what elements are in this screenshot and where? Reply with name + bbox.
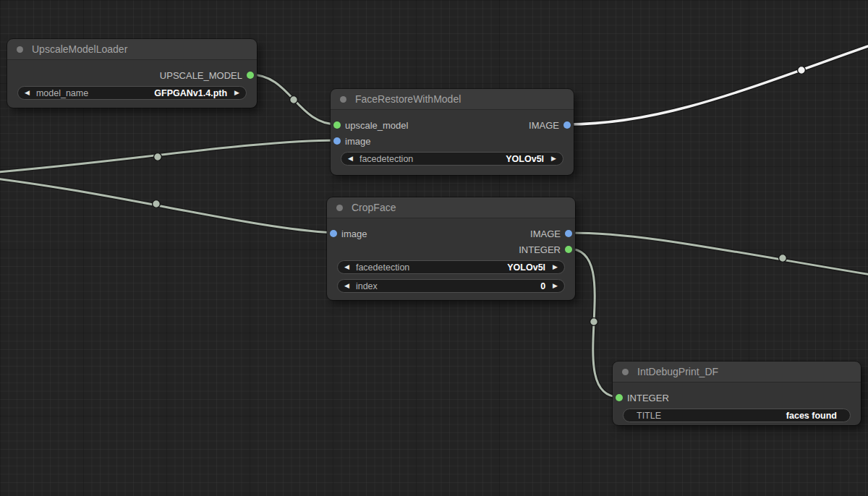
output-slot-label: UPSCALE_MODEL (160, 70, 242, 81)
node-title: FaceRestoreWithModel (355, 93, 461, 105)
output-slot-label: IMAGE (529, 120, 559, 131)
widget-TITLE[interactable]: TITLEfaces found (623, 409, 851, 422)
widget-label: index (356, 281, 540, 291)
input-slot-label: upscale_model (345, 120, 408, 131)
node-title: IntDebugPrint_DF (637, 366, 718, 377)
combo-left-arrow-icon[interactable]: ◀ (348, 155, 353, 162)
slot-row: INTEGER (613, 390, 861, 406)
combo-left-arrow-icon[interactable]: ◀ (344, 283, 349, 289)
output-slot-label: IMAGE (530, 228, 561, 239)
widget-index[interactable]: ◀index0▶ (337, 279, 565, 293)
slot-row: UPSCALE_MODEL (7, 67, 257, 83)
node-title-bar[interactable]: FaceRestoreWithModel (331, 89, 574, 110)
node-face-restore-with-model[interactable]: FaceRestoreWithModelupscale_modelIMAGEim… (331, 89, 574, 175)
widget-facedetection[interactable]: ◀facedetectionYOLOv5l▶ (337, 260, 565, 274)
slot-row: image (331, 133, 574, 149)
input-slot-label: image (341, 228, 367, 239)
widget-facedetection[interactable]: ◀facedetectionYOLOv5l▶ (341, 152, 563, 166)
node-title: CropFace (352, 202, 396, 213)
output-slot-UPSCALE_MODEL-dot[interactable] (247, 72, 254, 79)
input-slot-label: INTEGER (627, 393, 669, 403)
combo-right-arrow-icon[interactable]: ▶ (553, 283, 558, 289)
node-title: UpscaleModelLoader (32, 43, 127, 55)
node-body: INTEGERTITLEfaces found (613, 382, 861, 422)
input-slot-upscale_model-dot[interactable] (333, 121, 341, 129)
collapse-dot-icon[interactable] (336, 205, 343, 211)
widget-value: YOLOv5l (507, 262, 545, 273)
widget-value: GFPGANv1.4.pth (154, 88, 227, 98)
node-title-bar[interactable]: UpscaleModelLoader (7, 39, 257, 60)
node-layer: UpscaleModelLoaderUPSCALE_MODEL◀model_na… (0, 0, 868, 496)
node-body: UPSCALE_MODEL◀model_nameGFPGANv1.4.pth▶ (7, 60, 257, 100)
output-slot-IMAGE-dot[interactable] (563, 121, 571, 129)
node-crop-face[interactable]: CropFaceimageIMAGEINTEGER◀facedetectionY… (327, 197, 575, 300)
input-slot-INTEGER-dot[interactable] (616, 394, 623, 401)
collapse-dot-icon[interactable] (340, 96, 346, 103)
node-title-bar[interactable]: CropFace (327, 197, 575, 218)
widget-list: ◀model_nameGFPGANv1.4.pth▶ (7, 86, 257, 100)
widget-label: facedetection (359, 154, 506, 164)
output-slot-IMAGE-dot[interactable] (565, 230, 572, 237)
widget-label: facedetection (356, 262, 507, 273)
combo-right-arrow-icon[interactable]: ▶ (234, 90, 239, 96)
node-int-debug-print-df[interactable]: IntDebugPrint_DFINTEGERTITLEfaces found (613, 362, 861, 425)
node-body: upscale_modelIMAGEimage◀facedetectionYOL… (331, 110, 574, 166)
node-title-bar[interactable]: IntDebugPrint_DF (613, 362, 861, 382)
slot-row: upscale_modelIMAGE (331, 117, 574, 133)
widget-list: TITLEfaces found (613, 409, 861, 422)
input-slot-image-dot[interactable] (333, 137, 341, 145)
canvas[interactable]: { "app": "node-graph-editor", "colors": … (0, 0, 868, 496)
slot-row: INTEGER (327, 241, 575, 257)
combo-right-arrow-icon[interactable]: ▶ (551, 155, 556, 162)
widget-value: faces found (786, 411, 837, 421)
widget-value: YOLOv5l (506, 154, 544, 164)
combo-right-arrow-icon[interactable]: ▶ (553, 264, 558, 270)
widget-value: 0 (540, 281, 545, 291)
node-upscale-model-loader[interactable]: UpscaleModelLoaderUPSCALE_MODEL◀model_na… (7, 39, 257, 108)
collapse-dot-icon[interactable] (622, 369, 629, 375)
node-body: imageIMAGEINTEGER◀facedetectionYOLOv5l▶◀… (327, 218, 575, 293)
slot-row: imageIMAGE (327, 226, 575, 241)
input-slot-image-dot[interactable] (330, 230, 337, 237)
widget-model_name[interactable]: ◀model_nameGFPGANv1.4.pth▶ (17, 86, 247, 100)
combo-left-arrow-icon[interactable]: ◀ (25, 90, 30, 96)
widget-label: model_name (36, 88, 154, 98)
output-slot-INTEGER-dot[interactable] (565, 246, 572, 253)
combo-left-arrow-icon[interactable]: ◀ (344, 264, 349, 270)
input-slot-label: image (345, 136, 370, 147)
output-slot-label: INTEGER (519, 244, 561, 255)
widget-list: ◀facedetectionYOLOv5l▶◀index0▶ (327, 260, 575, 293)
collapse-dot-icon[interactable] (17, 46, 23, 53)
widget-label: TITLE (637, 411, 786, 421)
widget-list: ◀facedetectionYOLOv5l▶ (331, 152, 574, 166)
